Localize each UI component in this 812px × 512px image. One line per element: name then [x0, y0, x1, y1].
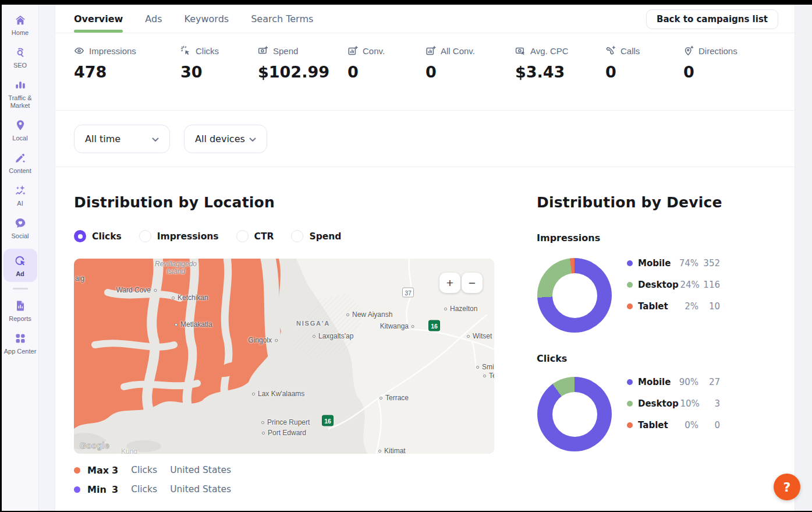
content-icon [13, 151, 27, 165]
app-frame: HomeSEOTraffic & MarketLocalContentAISoc… [2, 5, 812, 511]
sidebar-item-label: Social [12, 232, 29, 240]
traffic-market-icon [13, 78, 27, 92]
app-center-icon [13, 331, 27, 345]
sidebar-item-local[interactable]: Local [3, 118, 37, 142]
stat-value: 0 [683, 63, 753, 81]
ad-icon [13, 254, 27, 268]
directions-icon [683, 45, 694, 56]
back-to-campaigns-button[interactable]: Back to campaigns list [646, 9, 778, 29]
home-icon [13, 13, 27, 27]
stat-label: Spend [273, 46, 298, 56]
tab-keywords[interactable]: Keywords [184, 5, 229, 33]
sidebar-item-label: Traffic & Market [3, 94, 37, 110]
legend-region[interactable]: United States [170, 465, 231, 475]
sidebar-item-ad[interactable]: Ad [3, 249, 37, 282]
legend-dot [74, 467, 80, 474]
location-metric-radio-impressions[interactable]: Impressions [139, 230, 219, 242]
legend-percent: 0% [676, 420, 698, 430]
social-icon [13, 216, 27, 230]
map-zoom-in-button[interactable]: + [439, 273, 460, 293]
time-filter-value: All time [85, 133, 120, 144]
stat-clicks: Clicks30 [180, 45, 258, 110]
legend-label: Mobile [638, 258, 676, 269]
tab-search-terms[interactable]: Search Terms [251, 5, 313, 33]
stat-value: $3.43 [515, 63, 605, 81]
google-logo[interactable]: Google [80, 441, 109, 450]
legend-dot [627, 282, 633, 288]
location-metric-radio-ctr[interactable]: CTR [236, 230, 274, 242]
radio-label: Impressions [157, 231, 219, 242]
sidebar-item-seo[interactable]: SEO [3, 45, 37, 69]
sidebar-item-ai[interactable]: AI [3, 183, 37, 207]
device-filter-value: All devices [195, 133, 245, 144]
stat-calls: Calls0 [605, 45, 683, 110]
highway-shield-37: 37 [402, 288, 414, 298]
impressions-donut-chart [537, 258, 612, 333]
local-icon [13, 118, 27, 132]
sidebar-item-home[interactable]: Home [3, 13, 37, 37]
sidebar-collapsed-panel [39, 5, 55, 511]
legend-dot [627, 422, 633, 428]
tab-overview[interactable]: Overview [74, 5, 123, 33]
radio-dot [291, 230, 303, 242]
sidebar-item-reports[interactable]: Reports [3, 299, 37, 323]
location-metric-radios: ClicksImpressionsCTRSpend [74, 230, 341, 242]
map-legend: Max3ClicksUnited StatesMin3ClicksUnited … [74, 463, 231, 502]
stat-value: 0 [348, 63, 425, 81]
radio-dot [74, 230, 86, 242]
sidebar-item-app-center[interactable]: App Center [3, 331, 37, 355]
clicks-chart-title: Clicks [537, 353, 567, 364]
legend-dot [627, 260, 633, 266]
legend-percent: 74% [676, 258, 698, 269]
map-legend-row-min: Min3ClicksUnited States [74, 482, 231, 496]
tab-ads[interactable]: Ads [145, 5, 162, 33]
sidebar-item-content[interactable]: Content [3, 151, 37, 175]
legend-label: Mobile [638, 377, 676, 387]
legend-value: 3 [700, 398, 720, 409]
avg-cpc-icon [515, 45, 526, 56]
legend-label: Desktop [638, 398, 679, 409]
clicks-donut-chart [537, 377, 612, 451]
sidebar: HomeSEOTraffic & MarketLocalContentAISoc… [2, 5, 39, 511]
sidebar-item-label: Ad [16, 270, 24, 278]
map[interactable]: aigRevillagigedo IslandWard CoveKetchika… [74, 259, 494, 454]
legend-dot [74, 486, 80, 493]
device-section-title: Distribution by Device [537, 194, 722, 211]
stat-all-conversions: All Conv.0 [425, 45, 515, 110]
stat-value: $102.99 [258, 63, 348, 81]
tabs-bar: OverviewAdsKeywordsSearch Terms Back to … [55, 5, 795, 33]
radio-label: Spend [309, 231, 341, 242]
legend-label: Tablet [638, 420, 676, 430]
legend-value: 3 [112, 484, 118, 495]
sidebar-item-label: Content [9, 167, 31, 175]
map-zoom-out-button[interactable]: − [462, 273, 483, 293]
help-button[interactable]: ? [774, 474, 800, 500]
sidebar-divider [13, 288, 28, 289]
radio-label: CTR [254, 231, 274, 242]
stat-conversions: Conv.0 [348, 45, 425, 110]
highway-shield-16: 16 [428, 320, 440, 331]
location-metric-radio-spend[interactable]: Spend [291, 230, 341, 242]
device-filter-dropdown[interactable]: All devices [184, 125, 267, 153]
legend-dot [627, 379, 633, 385]
location-metric-radio-clicks[interactable]: Clicks [74, 230, 122, 242]
map-terrain [74, 259, 494, 454]
location-section-title: Distribution by Location [74, 194, 275, 211]
stat-label: Impressions [89, 46, 136, 56]
legend-region[interactable]: United States [170, 484, 231, 495]
reports-icon [13, 299, 27, 313]
time-filter-dropdown[interactable]: All time [74, 125, 170, 153]
impressions-icon [74, 45, 84, 56]
legend-label: Tablet [638, 301, 676, 312]
ai-icon [13, 183, 27, 197]
sidebar-item-traffic-market[interactable]: Traffic & Market [3, 78, 37, 110]
legend-metric: Clicks [131, 484, 157, 495]
legend-dot [627, 303, 633, 309]
tabs: OverviewAdsKeywordsSearch Terms [74, 5, 313, 33]
right-gutter [795, 5, 812, 511]
sidebar-item-label: Local [12, 135, 27, 142]
sidebar-item-social[interactable]: Social [3, 216, 37, 240]
main-area: OverviewAdsKeywordsSearch Terms Back to … [55, 5, 795, 511]
stat-value: 0 [425, 63, 515, 81]
app-window: HomeSEOTraffic & MarketLocalContentAISoc… [0, 0, 812, 512]
